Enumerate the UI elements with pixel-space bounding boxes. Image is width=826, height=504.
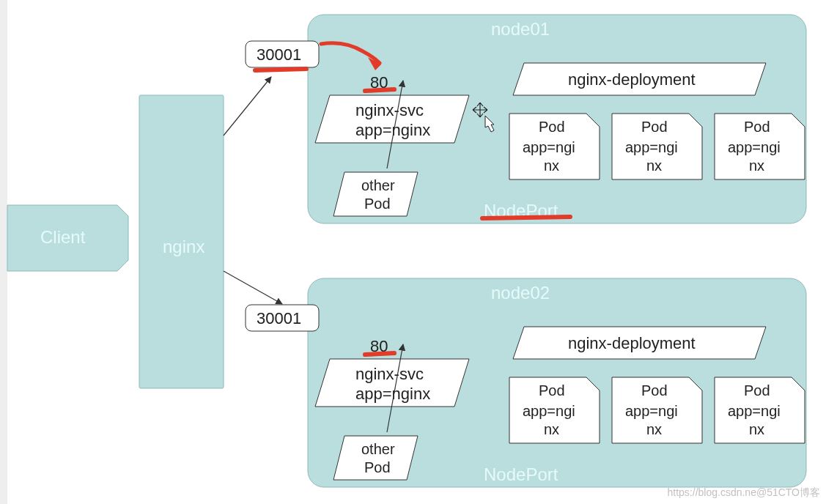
nginx-label: nginx: [163, 237, 204, 256]
nginx-shape: nginx: [139, 95, 224, 388]
node02-pod-1-l1: Pod: [641, 382, 668, 399]
node01-pod-2-l1: Pod: [744, 119, 770, 135]
node01-other-l1: other: [361, 177, 395, 193]
node02-pod-2: Pod app=ngi nx: [715, 377, 805, 443]
node01-pod-1-l2: app=ngi: [625, 139, 678, 155]
node01-pod-1-l3: nx: [646, 158, 662, 174]
red-underline-30001: [255, 69, 306, 70]
node02-pod-2-l3: nx: [749, 421, 764, 437]
node02-pod-2-l2: app=ngi: [728, 403, 781, 419]
node02-pod-0: Pod app=ngi nx: [509, 377, 600, 443]
node02-title: node02: [491, 283, 550, 303]
node01-pod-0-l1: Pod: [539, 119, 565, 135]
node02-deployment-label: nginx-deployment: [568, 334, 696, 352]
node02-svc-l1: nginx-svc: [355, 365, 424, 383]
node01-pod-2-l2: app=ngi: [728, 139, 781, 155]
node01-pod-2-l3: nx: [749, 158, 764, 174]
node01-pod-2: Pod app=ngi nx: [715, 114, 805, 179]
node01-pod-0: Pod app=ngi nx: [509, 114, 600, 179]
node02-other-l1: other: [361, 441, 395, 457]
node01-pod-0-l3: nx: [544, 158, 559, 174]
node02-other-l2: Pod: [364, 459, 391, 475]
node02-pod-1-l3: nx: [646, 421, 662, 437]
node02-pod-1-l2: app=ngi: [625, 403, 678, 419]
node02-pod-1: Pod app=ngi nx: [612, 377, 702, 443]
client-shape: Client: [7, 205, 128, 271]
node01-pod-1-l1: Pod: [641, 119, 668, 135]
node02-pod-2-l1: Pod: [744, 382, 770, 399]
node02-port-text: 30001: [257, 309, 301, 327]
diagram-canvas: Client nginx node01 NodePort 30001 nginx…: [0, 0, 826, 504]
node01-pod-1: Pod app=ngi nx: [612, 114, 702, 179]
node02-pod-0-l2: app=ngi: [523, 403, 575, 419]
client-label: Client: [40, 227, 86, 247]
node01-port-text: 30001: [257, 45, 301, 64]
node02-pod-0-l3: nx: [544, 421, 559, 437]
node02-nodeport-label: NodePort: [484, 464, 558, 484]
node01-container: node01 NodePort 30001 nginx-svc app=ngin…: [246, 15, 806, 223]
red-underline-80-top: [365, 89, 394, 91]
left-gutter: [0, 0, 7, 504]
arrow-nginx-node02: [224, 271, 282, 304]
node01-deployment-label: nginx-deployment: [568, 70, 696, 89]
node01-other-l2: Pod: [364, 196, 391, 212]
watermark: https://blog.csdn.ne@51CTO博客: [668, 486, 821, 500]
node01-pod-0-l2: app=ngi: [523, 139, 575, 155]
node01-svc-l1: nginx-svc: [355, 101, 424, 119]
node02-container: node02 NodePort 30001 nginx-svc app=ngin…: [246, 278, 806, 487]
red-underline-80-bottom: [365, 353, 394, 355]
red-underline-nodeport: [482, 217, 570, 218]
node01-title: node01: [491, 19, 550, 39]
node02-pod-0-l1: Pod: [539, 382, 565, 399]
arrow-nginx-node01: [224, 77, 271, 136]
